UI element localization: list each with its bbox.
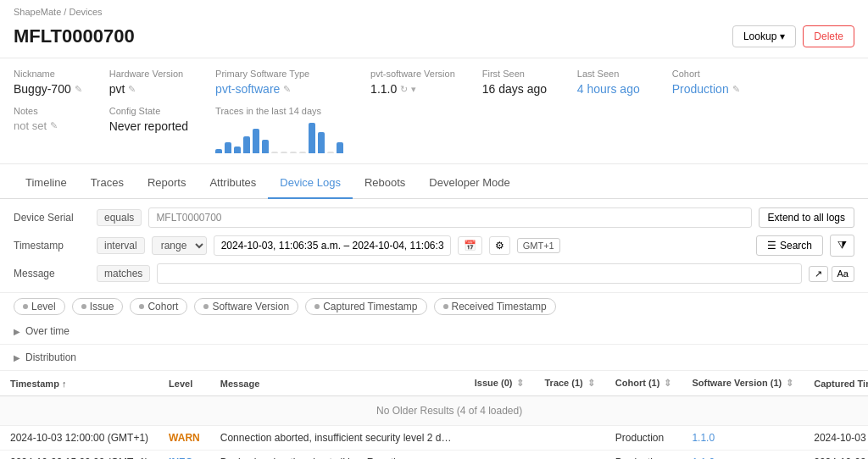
first-seen-col: First Seen 16 days ago <box>482 69 550 96</box>
pvt-version-value: 1.1.0 ↻ ▾ <box>370 82 455 96</box>
page-title: MFLT0000700 <box>14 25 135 47</box>
cell-timestamp-1: 2024-10-03 15:00:00 (GMT+1) <box>0 451 159 460</box>
cell-issue-0 <box>465 426 535 451</box>
first-seen-value: 16 days ago <box>482 82 550 96</box>
table-row: 2024-10-03 12:00:00 (GMT+1) WARN Connect… <box>0 426 868 451</box>
nickname-edit-icon[interactable]: ✎ <box>75 84 82 95</box>
tab-reports[interactable]: Reports <box>136 168 198 199</box>
expand-icon-button[interactable]: ↗ <box>809 266 828 282</box>
notes-edit-icon[interactable]: ✎ <box>50 120 58 131</box>
top-bar: ShapeMate / Devices MFLT0000700 Lookup ▾… <box>0 0 868 58</box>
cell-level-0: WARN <box>159 426 210 451</box>
timezone-badge: GMT+1 <box>517 238 560 253</box>
col-trace[interactable]: Trace (1) ⇕ <box>534 371 604 396</box>
nickname-label: Nickname <box>14 69 82 79</box>
tab-timeline[interactable]: Timeline <box>14 168 79 199</box>
chip-received-timestamp[interactable]: Received Timestamp <box>434 298 556 315</box>
over-time-header[interactable]: ▶ Over time <box>0 318 868 344</box>
chip-dot-captured-timestamp <box>314 304 320 309</box>
filter-chips: Level Issue Cohort Software Version Capt… <box>0 293 868 318</box>
over-time-label: Over time <box>25 325 70 337</box>
software-type-col: Primary Software Type pvt-software ✎ Tra… <box>215 69 343 153</box>
config-value: Never reported <box>109 119 188 133</box>
col-issue[interactable]: Issue (0) ⇕ <box>465 371 535 396</box>
traces-label: Traces in the last 14 days <box>215 106 343 116</box>
delete-button[interactable]: Delete <box>803 25 854 47</box>
distribution-label: Distribution <box>25 351 76 363</box>
chip-dot-software-version <box>203 304 209 309</box>
tab-reboots[interactable]: Reboots <box>353 168 417 199</box>
nickname-value: Buggy-700 ✎ <box>14 82 82 96</box>
info-panel: Nickname Buggy-700 ✎ Notes not set ✎ Har… <box>0 58 868 164</box>
chevron-right-icon-2: ▶ <box>14 353 20 362</box>
sort-icon-issue: ⇕ <box>516 378 524 388</box>
col-cohort[interactable]: Cohort (1) ⇕ <box>605 371 682 396</box>
cohort-edit-icon[interactable]: ✎ <box>732 84 740 95</box>
cell-cohort-0: Production <box>605 426 682 451</box>
last-seen-label: Last Seen <box>577 69 645 79</box>
breadcrumb-shapemate[interactable]: ShapeMate <box>14 7 61 17</box>
col-software-version[interactable]: Software Version (1) ⇕ <box>682 371 804 396</box>
first-seen-label: First Seen <box>482 69 550 79</box>
serial-filter-row: Device Serial equals Extend to all logs <box>14 207 854 228</box>
chip-captured-timestamp[interactable]: Captured Timestamp <box>305 298 426 315</box>
lookup-button[interactable]: Lookup ▾ <box>732 25 796 47</box>
col-captured-times: Captured Times <box>804 371 868 396</box>
refresh-icon[interactable]: ↻ <box>400 84 408 95</box>
traces-chart <box>215 119 343 153</box>
software-type-label: Primary Software Type <box>215 69 343 79</box>
aa-button[interactable]: Aa <box>832 266 854 282</box>
sort-icon-cohort: ⇕ <box>664 378 671 388</box>
cell-level-1: INFO <box>159 451 210 460</box>
chip-level[interactable]: Level <box>14 298 65 315</box>
distribution-header[interactable]: ▶ Distribution <box>0 345 868 370</box>
search-button[interactable]: ☰ Search <box>756 235 823 256</box>
chip-cohort[interactable]: Cohort <box>130 298 187 315</box>
tab-attributes[interactable]: Attributes <box>198 168 268 199</box>
settings-icon-button[interactable]: ⚙ <box>489 236 510 255</box>
filter-icon-button[interactable]: ⧩ <box>830 235 854 257</box>
chip-software-version[interactable]: Software Version <box>194 298 298 315</box>
col-message: Message <box>210 371 465 396</box>
tab-traces[interactable]: Traces <box>79 168 136 199</box>
hardware-label: Hardware Version <box>109 69 188 79</box>
nickname-col: Nickname Buggy-700 ✎ Notes not set ✎ <box>14 69 82 132</box>
sort-icon-software: ⇕ <box>786 378 793 388</box>
cell-software-1: 1.1.0 <box>682 451 804 460</box>
cell-cohort-1: Production <box>605 451 682 460</box>
serial-input[interactable] <box>148 207 751 228</box>
hardware-edit-icon[interactable]: ✎ <box>128 84 136 95</box>
no-results-message: No Older Results (4 of 4 loaded) <box>0 396 868 426</box>
tab-developer-mode[interactable]: Developer Mode <box>417 168 521 199</box>
cell-message-0: Connection aborted, insufficient securit… <box>210 426 465 451</box>
message-icons: ↗ Aa <box>809 266 854 282</box>
pvt-version-col: pvt-software Version 1.1.0 ↻ ▾ <box>370 69 455 96</box>
chevron-down-icon[interactable]: ▾ <box>411 84 416 95</box>
message-input[interactable] <box>157 263 801 284</box>
calendar-icon-button[interactable]: 📅 <box>458 236 482 255</box>
breadcrumb: ShapeMate / Devices <box>0 0 868 19</box>
chip-dot-level <box>23 304 28 309</box>
timestamp-range-select[interactable]: range <box>152 236 207 255</box>
cohort-label: Cohort <box>672 69 740 79</box>
funnel-icon: ⧩ <box>837 239 847 252</box>
tab-device-logs[interactable]: Device Logs <box>268 168 353 199</box>
cell-captured-0: 2024-10-03 11... <box>804 426 868 451</box>
cell-trace-0 <box>534 426 604 451</box>
software-type-edit-icon[interactable]: ✎ <box>283 84 291 95</box>
timestamp-date-input[interactable] <box>214 235 451 256</box>
chip-dot-issue <box>81 304 86 309</box>
software-type-value[interactable]: pvt-software ✎ <box>215 82 343 96</box>
cell-software-0: 1.1.0 <box>682 426 804 451</box>
chip-issue[interactable]: Issue <box>72 298 124 315</box>
chip-dot-received-timestamp <box>443 304 448 309</box>
breadcrumb-devices[interactable]: Devices <box>69 7 102 17</box>
cell-trace-1 <box>534 451 604 460</box>
pvt-version-label: pvt-software Version <box>370 69 455 79</box>
header-actions: Lookup ▾ Delete <box>732 25 854 47</box>
cell-issue-1 <box>465 451 535 460</box>
message-operator: matches <box>97 265 150 282</box>
col-timestamp[interactable]: Timestamp ↑ <box>0 371 159 396</box>
extend-to-all-logs-button[interactable]: Extend to all logs <box>759 207 854 228</box>
log-table-container: Timestamp ↑ Level Message Issue (0) ⇕ Tr… <box>0 371 868 459</box>
